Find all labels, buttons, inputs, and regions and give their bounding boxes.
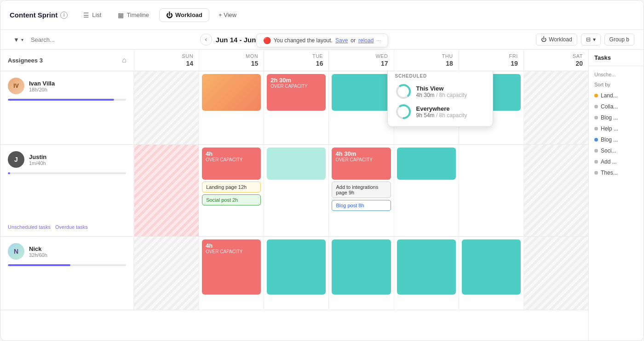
tab-list[interactable]: ☰ List (77, 9, 108, 22)
day-header-fri: Fri 19 (459, 50, 523, 71)
nick-progress-fill (8, 264, 70, 266)
everywhere-capacity: 8h capacity (439, 112, 467, 119)
info-icon[interactable]: i (60, 11, 68, 19)
task-social-post[interactable]: Social post 2h (202, 194, 261, 205)
justin-sun-cell (134, 145, 199, 236)
save-link[interactable]: Save (335, 37, 348, 44)
search-input[interactable] (31, 36, 86, 43)
assignees-column-header: Assignees 3 ⌂ (0, 50, 134, 71)
tag-text-blog1: Blog ... (601, 114, 618, 121)
avatar-justin: J (8, 151, 24, 168)
assignee-row-justin: J Justin 1m/40h Unscheduled tasks Overdu… (0, 145, 588, 237)
tab-timeline-label: Timeline (126, 11, 149, 18)
day-header-sat: Sat 20 (523, 50, 588, 71)
justin-mon-cell: 4h OVER CAPACITY Landing page 12h Social… (199, 145, 264, 236)
banner-icon: 🔴 (263, 37, 271, 44)
task-blog-post[interactable]: Blog post 8h (332, 200, 391, 211)
calendar: Assignees 3 ⌂ Sun 14 Mon 15 Tue 16 Wed (0, 50, 588, 341)
nick-thu-block[interactable] (397, 239, 456, 295)
day-header-mon: Mon 15 (199, 50, 264, 71)
project-name: Content Sprint (10, 11, 58, 19)
tag-text-blog2: Blog ... (601, 136, 618, 143)
tooltip-everywhere: Everywhere 9h 54m / 8h capacity (395, 103, 485, 120)
task-landing-page[interactable]: Landing page 12h (202, 182, 261, 193)
justin-hours: 1m/40h (29, 160, 46, 166)
nick-tue-block[interactable] (267, 239, 326, 295)
justin-tue-block[interactable] (267, 148, 326, 180)
filter-button[interactable]: ▼ ▾ (10, 34, 27, 45)
task-integrations[interactable]: Add to integrations page 9h (332, 182, 391, 198)
tag-dot-blog2 (594, 138, 598, 142)
group-by-button[interactable]: Group b (604, 34, 634, 45)
add-view-button[interactable]: + View (213, 9, 242, 21)
tag-dot-blog1 (594, 116, 598, 119)
nick-sat-cell (523, 237, 588, 310)
justin-fri-cell (459, 145, 523, 236)
tag-dot-colla (594, 105, 598, 108)
tag-add[interactable]: Add ... (589, 156, 644, 167)
banner-more[interactable]: ··· (376, 37, 381, 44)
tooltip-label: SCHEDULED (395, 74, 485, 79)
tag-dot-soci (594, 149, 598, 153)
tab-workload[interactable]: ⏻ Workload (159, 8, 209, 22)
header: Content Sprint i ☰ List ▦ Timeline ⏻ Wor… (0, 0, 644, 30)
ivan-sat-cell (523, 71, 588, 144)
filter-arrow: ▾ (21, 37, 23, 42)
tab-timeline[interactable]: ▦ Timeline (111, 9, 155, 22)
ivan-hours: 18h/20h (29, 87, 55, 92)
day-header-wed: Wed 17 (328, 50, 393, 71)
ivan-sun-cell (134, 71, 199, 144)
this-view-donut (395, 83, 412, 100)
filter-icon: ▼ (13, 36, 19, 43)
nick-tue-cell (264, 237, 328, 310)
assignees-count: Assignees 3 (8, 57, 43, 64)
justin-wed-block[interactable]: 4h 30m OVER CAPACITY (332, 148, 391, 180)
avatar-nick: N (8, 243, 24, 260)
tag-help[interactable]: Help ... (589, 123, 644, 134)
unscheduled-tasks-link[interactable]: Unscheduled tasks (8, 224, 51, 230)
overdue-tasks-link[interactable]: Overdue tasks (55, 224, 88, 230)
reload-link[interactable]: reload (358, 37, 374, 44)
tag-text-soci: Soci... (601, 148, 616, 154)
view-options-icon: ⊟ (586, 36, 591, 43)
ivan-tue-block[interactable]: 2h 30m OVER CAPACITY (267, 74, 326, 111)
tab-workload-label: Workload (175, 11, 202, 18)
everywhere-hours: 9h 54m (416, 112, 435, 119)
everywhere-donut (395, 103, 412, 120)
this-view-capacity: 8h capacity (439, 92, 467, 98)
tag-dot-add (594, 160, 598, 164)
prev-date-button[interactable]: ‹ (200, 34, 212, 45)
this-view-title: This View (416, 85, 467, 92)
tag-land[interactable]: Land... (589, 90, 644, 101)
tag-blog1[interactable]: Blog ... (589, 112, 644, 123)
tag-colla[interactable]: Colla... (589, 101, 644, 112)
unscheduled-section: Unsche... (589, 70, 644, 79)
banner-or: or (351, 37, 356, 44)
tag-dot-help (594, 127, 598, 131)
calendar-body: IV Ivan Villa 18h/20h (0, 71, 588, 341)
right-panel: Tasks Unsche... Sort by Land... Colla...… (588, 50, 644, 341)
tag-soci[interactable]: Soci... (589, 145, 644, 156)
ivan-mon-block[interactable] (202, 74, 261, 111)
add-view-label: + View (218, 11, 236, 18)
tag-text-help: Help ... (601, 125, 618, 132)
justin-mon-block[interactable]: 4h OVER CAPACITY (202, 148, 261, 180)
view-options-arrow: ▾ (593, 36, 596, 43)
nick-fri-block[interactable] (462, 239, 521, 295)
tag-thes[interactable]: Thes... (589, 167, 644, 178)
list-icon: ☰ (83, 11, 89, 19)
nick-hours: 32h/60h (29, 252, 47, 258)
workload-view-button[interactable]: ⏻ Workload (536, 34, 577, 45)
ivan-wed-block[interactable] (332, 74, 391, 111)
nick-mon-block[interactable]: 4h OVER CAPACITY (202, 239, 261, 295)
justin-footer: Unscheduled tasks Overdue tasks (8, 221, 126, 230)
view-options-button[interactable]: ⊟ ▾ (581, 34, 601, 45)
ivan-mon-cell (199, 71, 264, 144)
justin-thu-block[interactable] (397, 148, 456, 180)
tag-blog2[interactable]: Blog ... (589, 134, 644, 145)
layout-changed-banner: 🔴 You changed the layout. Save or reload… (256, 34, 388, 47)
nick-wed-block[interactable] (332, 239, 391, 295)
right-controls: ⏻ Workload ⊟ ▾ Group b (536, 34, 634, 45)
avatar-ivan: IV (8, 78, 24, 94)
nick-mon-cell: 4h OVER CAPACITY (199, 237, 264, 310)
